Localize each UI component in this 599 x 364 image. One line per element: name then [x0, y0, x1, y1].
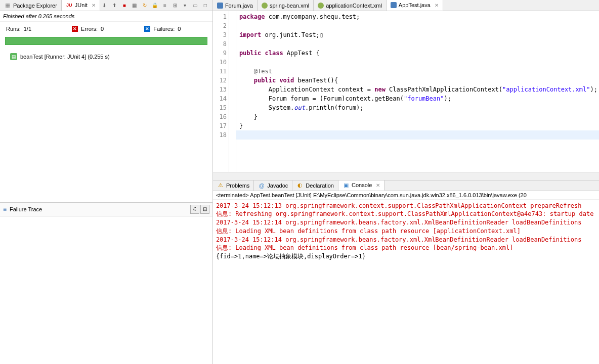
xml-icon — [262, 3, 268, 9]
editor-tab-bar: Forum.java spring-bean.xml applicationCo… — [213, 0, 599, 11]
console-header: <terminated> AppTest.beanTest [JUnit] E:… — [213, 191, 599, 200]
failure-trace-header: ≡ Failure Trace ⚟ ⊡ — [0, 202, 212, 216]
tab-problems[interactable]: ⚠ Problems — [213, 180, 254, 191]
right-panel: Forum.java spring-bean.xml applicationCo… — [213, 0, 599, 364]
error-icon: ✕ — [72, 26, 78, 32]
stop-icon[interactable]: ■ — [120, 2, 129, 10]
lock-icon[interactable]: 🔒 — [151, 2, 159, 10]
tab-junit[interactable]: JU JUnit ✕ — [62, 0, 100, 11]
test-item[interactable]: ▤ beanTest [Runner: JUnit 4] (0.255 s) — [10, 52, 202, 61]
tab-declaration[interactable]: ◐ Declaration — [292, 180, 338, 191]
stat-runs: Runs: 1/1 — [6, 26, 31, 32]
maximize-icon[interactable]: □ — [201, 2, 209, 10]
java-icon — [391, 2, 397, 8]
close-icon[interactable]: ✕ — [92, 3, 96, 8]
failures-value: 0 — [178, 26, 181, 32]
junit-icon: JU — [66, 2, 73, 9]
tab-label: Forum.java — [225, 3, 253, 9]
tab-label: applicationContext.xml — [326, 3, 382, 9]
close-icon[interactable]: ✕ — [435, 3, 439, 8]
tab-label: AppTest.java — [399, 2, 431, 8]
tab-label: JUnit — [75, 2, 88, 8]
console-line: 信息: Refreshing org.springframework.conte… — [216, 210, 597, 218]
failure-icon: ✕ — [144, 26, 150, 32]
console-icon: ▣ — [343, 181, 350, 189]
console-line: 2017-3-24 15:12:13 org.springframework.c… — [216, 202, 597, 210]
console-line: 2017-3-24 15:12:14 org.springframework.b… — [216, 218, 597, 227]
failures-label: Failures: — [153, 26, 175, 32]
console-line: 2017-3-24 15:12:14 org.springframework.b… — [216, 236, 597, 244]
test-item-label: beanTest [Runner: JUnit 4] (0.255 s) — [20, 54, 110, 60]
editor-area[interactable]: 12389101112131415161718 package com.myco… — [213, 11, 599, 172]
junit-status: Finished after 0.265 seconds — [0, 11, 212, 22]
tab-console[interactable]: ▣ Console ✕ — [338, 180, 384, 191]
test-ok-icon: ▤ — [10, 53, 17, 60]
tab-apptest-java[interactable]: AppTest.java ✕ — [387, 0, 443, 11]
junit-toolbar: ⬇ ⬆ ■ ▦ ↻ 🔒 ≡ ⊞ ▾ ▭ □ — [100, 2, 212, 10]
tab-javadoc[interactable]: @ Javadoc — [254, 180, 292, 191]
trace-icon: ≡ — [3, 206, 7, 213]
failure-trace-body — [0, 216, 212, 365]
tab-package-explorer[interactable]: ▦ Package Explorer — [0, 0, 62, 11]
collapse-icon[interactable]: ≡ — [161, 2, 169, 10]
java-icon — [217, 3, 223, 9]
stat-failures: ✕ Failures: 0 — [144, 26, 181, 32]
xml-icon — [318, 3, 324, 9]
menu-icon[interactable]: ▾ — [181, 2, 189, 10]
runs-label: Runs: — [6, 26, 21, 32]
console-line: {fid=>1,name=>论坛抽象模块,displayOrder=>1} — [216, 252, 597, 261]
compare-icon[interactable]: ⊡ — [200, 205, 209, 214]
rerun-icon[interactable]: ▦ — [131, 2, 139, 10]
close-icon[interactable]: ✕ — [376, 183, 380, 188]
line-gutter: 12389101112131415161718 — [213, 11, 229, 172]
javadoc-icon: @ — [258, 182, 265, 189]
tab-spring-bean[interactable]: spring-bean.xml — [258, 0, 314, 11]
tab-label: Package Explorer — [13, 3, 57, 9]
tab-label: Problems — [226, 183, 249, 189]
tab-app-context[interactable]: applicationContext.xml — [314, 0, 387, 11]
bottom-tab-bar: ⚠ Problems @ Javadoc ◐ Declaration ▣ Con… — [213, 180, 599, 191]
left-panel: ▦ Package Explorer JU JUnit ✕ ⬇ ⬆ ■ ▦ ↻ … — [0, 0, 213, 364]
failure-trace-label: Failure Trace — [10, 206, 42, 212]
test-tree: ▤ beanTest [Runner: JUnit 4] (0.255 s) — [0, 50, 212, 202]
junit-stats: Runs: 1/1 ✕ Errors: 0 ✕ Failures: 0 — [0, 22, 212, 36]
layout-icon[interactable]: ⊞ — [171, 2, 179, 10]
junit-progress-bar — [5, 37, 207, 45]
stat-errors: ✕ Errors: 0 — [72, 26, 104, 32]
rerun-fail-icon[interactable]: ↻ — [141, 2, 149, 10]
console-line: 信息: Loading XML bean definitions from cl… — [216, 244, 597, 252]
prev-icon[interactable]: ⬇ — [100, 2, 108, 10]
errors-label: Errors: — [81, 26, 98, 32]
tab-label: Javadoc — [267, 183, 288, 189]
console-body[interactable]: 2017-3-24 15:12:13 org.springframework.c… — [213, 200, 599, 365]
left-tab-bar: ▦ Package Explorer JU JUnit ✕ ⬇ ⬆ ■ ▦ ↻ … — [0, 0, 212, 11]
tab-forum-java[interactable]: Forum.java — [213, 0, 258, 11]
package-icon: ▦ — [4, 2, 11, 9]
runs-value: 1/1 — [24, 26, 31, 32]
tab-label: spring-bean.xml — [270, 3, 309, 9]
code-body[interactable]: package com.mycompany.shequ.test; import… — [236, 11, 599, 172]
folding-ruler[interactable] — [229, 11, 236, 172]
next-icon[interactable]: ⬆ — [110, 2, 118, 10]
tab-label: Declaration — [306, 183, 334, 189]
filter-icon[interactable]: ⚟ — [190, 205, 199, 214]
declaration-icon: ◐ — [296, 182, 304, 189]
errors-value: 0 — [101, 26, 104, 32]
console-line: 信息: Loading XML bean definitions from cl… — [216, 227, 597, 236]
editor-scrollbar[interactable] — [213, 172, 599, 180]
tab-label: Console — [352, 182, 372, 188]
minimize-icon[interactable]: ▭ — [191, 2, 199, 10]
problems-icon: ⚠ — [217, 182, 224, 189]
